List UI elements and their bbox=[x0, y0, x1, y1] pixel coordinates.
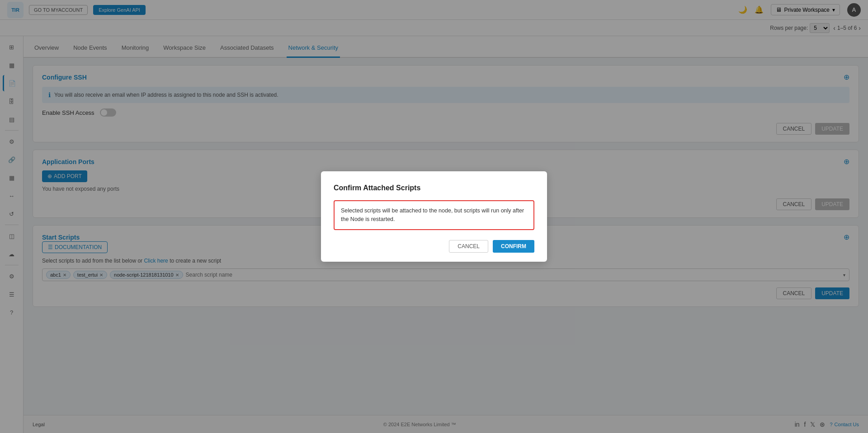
modal-message-text: Selected scripts will be attached to the… bbox=[341, 207, 524, 222]
modal-actions: CANCEL CONFIRM bbox=[334, 240, 534, 253]
modal-message-box: Selected scripts will be attached to the… bbox=[334, 200, 534, 230]
confirm-scripts-modal: Confirm Attached Scripts Selected script… bbox=[321, 171, 547, 262]
modal-confirm-button[interactable]: CONFIRM bbox=[493, 240, 534, 253]
modal-title: Confirm Attached Scripts bbox=[334, 184, 534, 192]
modal-overlay: Confirm Attached Scripts Selected script… bbox=[0, 0, 868, 433]
modal-cancel-button[interactable]: CANCEL bbox=[449, 240, 488, 253]
